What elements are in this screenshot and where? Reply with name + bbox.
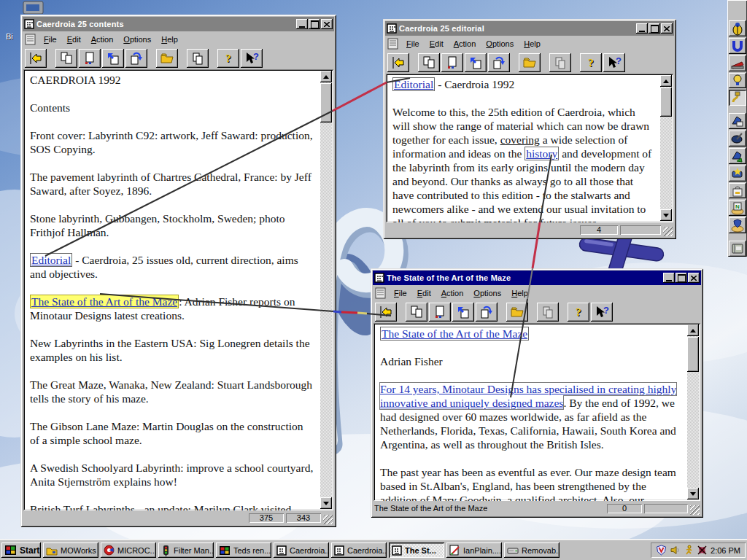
maximize-button[interactable] <box>649 23 660 34</box>
context-help-button[interactable]: ? <box>591 303 613 322</box>
bag-icon[interactable] <box>729 183 746 199</box>
menu-file[interactable]: File <box>39 34 62 45</box>
hand-shield-icon[interactable] <box>729 217 746 233</box>
paste-special-button[interactable] <box>441 53 463 72</box>
minimize-button[interactable] <box>636 23 648 34</box>
back-button[interactable] <box>25 49 47 68</box>
scrollbar-thumb[interactable] <box>687 337 699 372</box>
desktop-icon-partial[interactable] <box>22 0 45 14</box>
scroll-down-button[interactable] <box>660 209 672 221</box>
scroll-up-button[interactable] <box>320 71 332 82</box>
vertical-scrollbar[interactable] <box>320 71 332 509</box>
back-button[interactable] <box>375 303 397 322</box>
open-button[interactable] <box>519 53 541 72</box>
state-heading-link[interactable]: The State of the Art of the Maze <box>380 327 529 341</box>
bug-icon[interactable] <box>729 20 746 36</box>
scroll-down-button[interactable] <box>320 497 332 509</box>
resize-grip[interactable] <box>323 515 333 524</box>
menu-action[interactable]: Action <box>86 34 119 45</box>
link-up-button[interactable] <box>465 53 487 72</box>
antivirus-shield-icon[interactable] <box>656 545 667 556</box>
help-button[interactable]: ? <box>580 53 602 72</box>
close-button[interactable] <box>661 23 673 34</box>
close-button[interactable] <box>321 19 333 29</box>
magnet-icon[interactable] <box>729 38 746 54</box>
menu-options[interactable]: Options <box>468 287 506 299</box>
menu-file[interactable]: File <box>401 38 425 50</box>
scroll-up-button[interactable] <box>687 324 699 336</box>
menu-help[interactable]: Help <box>506 287 533 299</box>
menu-help[interactable]: Help <box>519 38 546 50</box>
titlebar[interactable]: Caerdroia 25 contents <box>23 17 334 31</box>
link-jump-button[interactable] <box>476 303 498 322</box>
menu-edit[interactable]: Edit <box>425 38 449 50</box>
task-moworks[interactable]: MOWorks <box>43 542 98 558</box>
notebook-icon[interactable] <box>729 241 746 257</box>
editorial-heading-link[interactable]: Editorial <box>392 77 435 91</box>
paste-special-button[interactable] <box>79 49 101 68</box>
context-help-button[interactable]: ? <box>241 49 263 68</box>
paste-special-button[interactable] <box>429 303 451 322</box>
start-button[interactable]: Start <box>1 542 41 558</box>
disabled-network-icon[interactable] <box>697 545 708 556</box>
copy-button[interactable] <box>537 303 559 322</box>
menu-file[interactable]: File <box>389 287 412 299</box>
minimize-button[interactable] <box>663 273 675 283</box>
task-filter-manager[interactable]: Filter Man... <box>158 542 214 558</box>
copy-pages-button[interactable] <box>55 49 77 68</box>
hand-n-icon[interactable]: N <box>729 200 746 216</box>
task-teds-ren[interactable]: Teds ren... <box>216 542 271 558</box>
resize-grip[interactable] <box>690 505 700 515</box>
task-caerdroia-2[interactable]: Caerdroia... <box>331 542 387 558</box>
lightbulb-icon[interactable] <box>729 73 746 89</box>
task-removable[interactable]: Removab... <box>504 542 560 558</box>
resize-grip[interactable] <box>663 227 673 236</box>
scroll-down-button[interactable] <box>687 488 699 499</box>
help-button[interactable]: ? <box>217 49 239 68</box>
link-up-button[interactable] <box>452 303 474 322</box>
boot-disk-icon[interactable] <box>729 113 746 129</box>
copy-button[interactable] <box>187 49 209 68</box>
link-jump-button[interactable] <box>125 49 147 68</box>
clock[interactable]: 2:06 PM <box>711 546 740 555</box>
plug-icon[interactable] <box>729 90 746 106</box>
copy-pages-button[interactable] <box>406 303 427 322</box>
menu-edit[interactable]: Edit <box>412 287 436 299</box>
open-button[interactable] <box>506 303 528 322</box>
maximize-button[interactable] <box>309 19 320 29</box>
minimize-button[interactable] <box>296 19 308 29</box>
back-button[interactable] <box>387 53 409 72</box>
link-jump-button[interactable] <box>488 53 510 72</box>
boot-arrow-icon[interactable] <box>729 148 746 164</box>
scroll-up-button[interactable] <box>660 75 672 87</box>
menu-edit[interactable]: Edit <box>62 34 86 45</box>
menu-options[interactable]: Options <box>118 34 156 45</box>
task-caerdroia-1[interactable]: Caerdroia... <box>274 542 329 558</box>
copy-pages-button[interactable] <box>418 53 440 72</box>
projector-icon[interactable] <box>729 166 746 182</box>
close-button[interactable] <box>688 273 700 283</box>
menu-help[interactable]: Help <box>156 34 183 45</box>
task-the-state[interactable]: The St... <box>389 542 444 558</box>
titlebar[interactable]: Caerdroia 25 editorial <box>385 21 674 36</box>
scrollbar-thumb[interactable] <box>660 88 672 117</box>
desktop-icon-label[interactable]: Bi <box>6 32 13 41</box>
open-button[interactable] <box>156 49 178 68</box>
speaker-icon[interactable] <box>670 545 681 556</box>
vertical-scrollbar[interactable] <box>687 324 699 499</box>
history-link[interactable]: history <box>525 147 559 160</box>
stapler-icon[interactable] <box>729 55 746 71</box>
help-button[interactable]: ? <box>568 303 589 322</box>
link-up-button[interactable] <box>102 49 124 68</box>
scrollbar-thumb[interactable] <box>320 83 332 122</box>
state-of-the-art-link[interactable]: The State of the Art of the Maze <box>30 295 179 308</box>
running-person-icon[interactable] <box>684 545 694 556</box>
vertical-scrollbar[interactable] <box>660 75 672 221</box>
titlebar[interactable]: The State of the Art of the Maze <box>373 271 701 285</box>
task-microc[interactable]: MICROC... <box>101 542 156 558</box>
menu-options[interactable]: Options <box>481 38 519 50</box>
context-help-button[interactable]: ? <box>603 53 625 72</box>
task-ianplain[interactable]: IanPlain.... <box>446 542 502 558</box>
menu-action[interactable]: Action <box>449 38 481 50</box>
editorial-link[interactable]: Editorial <box>30 253 72 267</box>
